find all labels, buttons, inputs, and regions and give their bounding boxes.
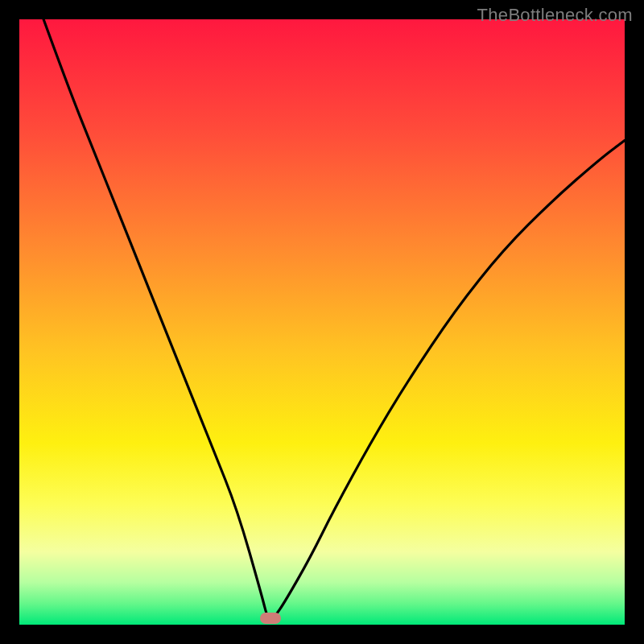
optimum-marker <box>260 613 281 624</box>
plot-area <box>19 19 625 625</box>
watermark-text: TheBottleneck.com <box>477 5 633 26</box>
bottleneck-curve <box>19 19 625 625</box>
chart-frame: TheBottleneck.com <box>0 0 644 644</box>
